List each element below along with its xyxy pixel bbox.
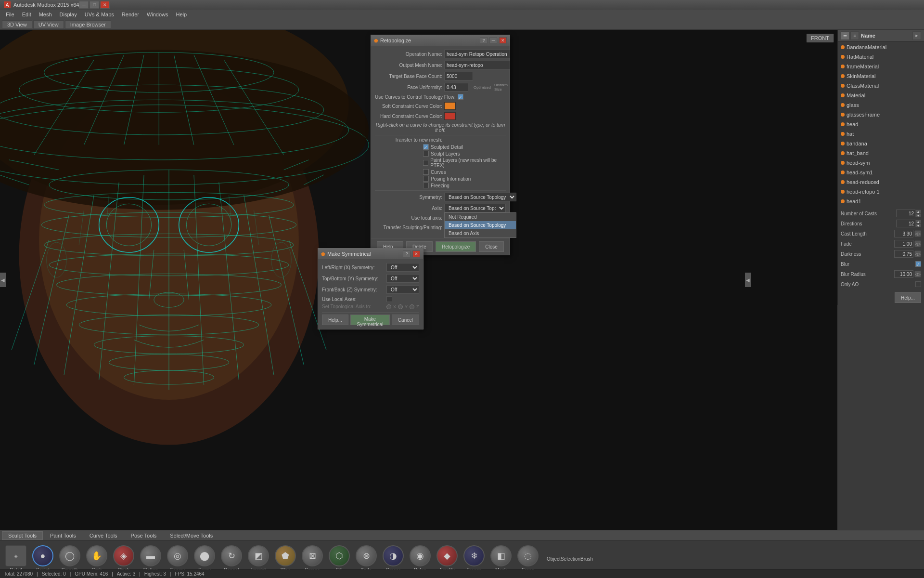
based-on-source-option[interactable]: Based on Source Topology xyxy=(445,221,516,229)
sculpt-tab-paint-tools[interactable]: Paint Tools xyxy=(44,531,82,540)
menu-item-help[interactable]: Help xyxy=(172,11,191,18)
fade-slider[interactable]: ◁▷ xyxy=(914,240,921,247)
darkness-slider[interactable]: ◁▷ xyxy=(914,250,921,257)
tool-item-sculpt[interactable]: ●Sculpt xyxy=(31,545,55,573)
menu-item-file[interactable]: File xyxy=(2,11,18,18)
tool-item-erase[interactable]: ◌Erase xyxy=(516,545,540,573)
posing-check[interactable] xyxy=(423,176,429,182)
tool-item-knife[interactable]: ⊗Knife xyxy=(354,545,378,573)
sym-cancel-btn[interactable]: Cancel xyxy=(392,315,419,325)
paint-layers-check[interactable] xyxy=(423,160,428,166)
menu-item-windows[interactable]: Windows xyxy=(143,11,172,18)
blur-radius-input[interactable] xyxy=(894,270,913,278)
sculpt-tab-sculpt-tools[interactable]: Sculpt Tools xyxy=(2,531,43,540)
toolbar-btn-image-browser[interactable]: Image Browser xyxy=(65,20,111,29)
collapse-panel-btn[interactable]: ► xyxy=(912,31,921,40)
mesh-item[interactable]: GlassMaterial xyxy=(838,81,924,91)
mesh-item[interactable]: hat xyxy=(838,129,924,139)
mesh-item[interactable]: hat_band xyxy=(838,148,924,158)
mesh-item[interactable]: SkinMaterial xyxy=(838,71,924,81)
tool-item-imprint[interactable]: ◩Imprint xyxy=(246,545,270,573)
directions-input[interactable] xyxy=(896,220,915,227)
retopo-close-btn[interactable]: ✕ xyxy=(499,37,507,44)
menu-item-uvs & maps[interactable]: UVs & Maps xyxy=(81,11,118,18)
tool-item-pinch[interactable]: ◈Pinch xyxy=(112,545,136,573)
symmetry-dropdown[interactable]: Based on Source Topology xyxy=(444,193,516,201)
tool-item-mask[interactable]: ◧Mask xyxy=(489,545,513,573)
mesh-item[interactable]: HatMaterial xyxy=(838,52,924,62)
lr-sym-dropdown[interactable]: Off xyxy=(386,263,419,272)
mesh-item[interactable]: BandanaMaterial xyxy=(838,42,924,52)
number-of-casts-input[interactable] xyxy=(896,210,915,217)
use-local-axes-sym-check[interactable] xyxy=(386,296,392,302)
tool-item-spray[interactable]: ⬤Spray xyxy=(192,545,217,573)
number-of-casts-down[interactable]: ▼ xyxy=(915,213,921,217)
viewport-left-arrow[interactable]: ◀ xyxy=(0,273,6,287)
fade-input[interactable] xyxy=(894,240,913,248)
mesh-item[interactable]: Material xyxy=(838,91,924,100)
retopo-help-icon[interactable]: ? xyxy=(480,37,488,44)
sculpt-tab-select/move-tools[interactable]: Select/Move Tools xyxy=(164,531,219,540)
mesh-item[interactable]: head-sym1 xyxy=(838,168,924,177)
mesh-item[interactable]: glassesFrame xyxy=(838,110,924,119)
axis-y-radio[interactable] xyxy=(398,304,403,309)
freezing-check[interactable] xyxy=(423,183,429,188)
help-props-button[interactable]: Help... xyxy=(895,292,921,303)
operation-name-input[interactable] xyxy=(444,50,510,58)
not-required-option[interactable]: Not Required xyxy=(445,213,516,221)
sculpt-tab-curve-tools[interactable]: Curve Tools xyxy=(83,531,124,540)
blur-checkbox[interactable]: ✓ xyxy=(915,261,921,267)
axis-x-radio[interactable] xyxy=(386,304,391,309)
face-uniformity-input[interactable] xyxy=(444,83,468,92)
axis-dropdown[interactable]: Based on Source Topology xyxy=(444,204,506,212)
tool-item-smear[interactable]: ◑Smear xyxy=(381,545,405,573)
cast-length-input[interactable] xyxy=(894,230,913,237)
hard-constraint-swatch[interactable] xyxy=(444,112,456,120)
mesh-item[interactable]: head-reduced xyxy=(838,177,924,187)
tool-item-smooth[interactable]: ◯Smooth xyxy=(58,545,82,573)
mesh-item[interactable]: head-retopo 1 xyxy=(838,187,924,197)
number-of-casts-up[interactable]: ▲ xyxy=(915,210,921,213)
tool-item-wax[interactable]: ⬟Wax xyxy=(273,545,297,573)
toolbar-btn-uv-view[interactable]: UV View xyxy=(33,20,64,29)
retopologize-btn[interactable]: Retopologize xyxy=(436,241,476,252)
blur-radius-slider[interactable]: ◁▷ xyxy=(914,271,921,277)
retopo-minimize-btn[interactable]: ─ xyxy=(489,37,497,44)
cast-length-slider[interactable]: ◁▷ xyxy=(914,230,921,237)
sym-help-btn[interactable]: Help... xyxy=(322,315,348,325)
tool-item-bulge[interactable]: ◉Bulge xyxy=(408,545,432,573)
only-ao-checkbox[interactable] xyxy=(915,281,921,287)
tool-item-grab[interactable]: ✋Grab xyxy=(85,545,109,573)
sculpt-layers-check[interactable] xyxy=(423,151,429,157)
toolbar-btn-3d-view[interactable]: 3D View xyxy=(2,20,32,29)
sym-help-icon[interactable]: ? xyxy=(403,250,411,257)
make-sym-btn[interactable]: Make Symmetrical xyxy=(350,315,390,325)
based-on-axis-option[interactable]: Based on Axis xyxy=(445,229,516,237)
menu-item-display[interactable]: Display xyxy=(56,11,81,18)
mesh-item[interactable]: head-sym xyxy=(838,158,924,168)
mesh-item[interactable]: bandana xyxy=(838,139,924,148)
menu-item-edit[interactable]: Edit xyxy=(18,11,35,18)
fb-sym-dropdown[interactable]: Off xyxy=(386,285,419,294)
use-curves-checkbox[interactable]: ✓ xyxy=(458,94,463,100)
sculpted-detail-check[interactable]: ✓ xyxy=(423,144,429,150)
tool-item-scrape[interactable]: ⊠Scrape xyxy=(300,545,324,573)
tool-item-foamy[interactable]: ◎Foamy xyxy=(166,545,190,573)
retopo-close-dialog-btn[interactable]: Close xyxy=(479,241,504,252)
tool-item-amplify[interactable]: ◆Amplify xyxy=(435,545,459,573)
close-button[interactable]: ✕ xyxy=(100,1,110,9)
tool-item-repeat[interactable]: ↻Repeat xyxy=(219,545,244,573)
tool-item-freeze[interactable]: ❄Freeze xyxy=(462,545,486,573)
mesh-item[interactable]: frameMaterial xyxy=(838,62,924,71)
menu-item-render[interactable]: Render xyxy=(118,11,143,18)
mesh-item[interactable]: head xyxy=(838,119,924,129)
viewport-right-arrow[interactable]: ◀ xyxy=(745,273,751,287)
properties-tab[interactable]: ≡ xyxy=(850,31,859,40)
sculpt-tab-pose-tools[interactable]: Pose Tools xyxy=(125,531,163,540)
mesh-item[interactable]: glass xyxy=(838,100,924,110)
menu-item-mesh[interactable]: Mesh xyxy=(35,11,56,18)
tb-sym-dropdown[interactable]: Off xyxy=(386,274,419,283)
sym-close-btn[interactable]: ✕ xyxy=(412,250,420,257)
curves-check[interactable] xyxy=(423,169,429,175)
directions-up[interactable]: ▲ xyxy=(915,220,921,223)
